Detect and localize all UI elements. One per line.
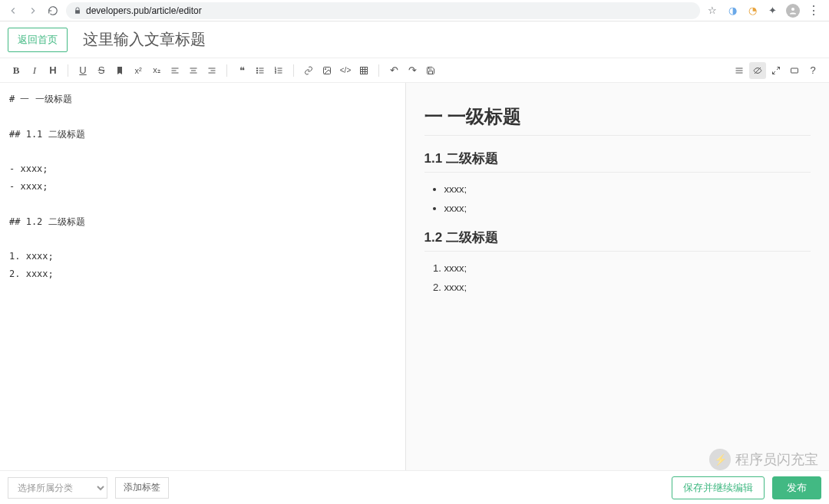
ordered-list-button[interactable]: 123 <box>270 62 287 79</box>
extension-icon-2[interactable]: ◔ <box>746 5 758 17</box>
url-text: developers.pub/article/editor <box>86 5 202 16</box>
subscript-button[interactable]: x₂ <box>148 62 165 79</box>
save-draft-button[interactable]: 保存并继续编辑 <box>672 476 765 499</box>
toolbar-separator <box>293 64 294 77</box>
save-button[interactable] <box>422 62 439 79</box>
back-home-button[interactable]: 返回首页 <box>8 28 68 52</box>
code-button[interactable]: </> <box>337 62 354 79</box>
browser-right-icons: ☆ ◑ ◔ ✦ ⋮ <box>706 4 823 18</box>
bold-button[interactable]: B <box>8 62 25 79</box>
underline-button[interactable]: U <box>74 62 91 79</box>
editor-toolbar: B I H U S x² x₂ ❝ 123 <box>0 58 829 83</box>
mark-button[interactable] <box>111 62 128 79</box>
svg-text:3: 3 <box>275 71 276 74</box>
profile-avatar-icon[interactable] <box>786 4 800 18</box>
nav-forward-icon[interactable] <box>26 4 40 18</box>
link-button[interactable] <box>300 62 317 79</box>
svg-point-12 <box>256 72 258 74</box>
quote-button[interactable]: ❝ <box>233 62 250 79</box>
toolbar-separator <box>226 64 227 77</box>
heading-button[interactable]: H <box>45 62 61 79</box>
star-icon[interactable]: ☆ <box>706 5 718 17</box>
italic-button[interactable]: I <box>26 62 43 79</box>
table-button[interactable] <box>355 62 372 79</box>
nav-reload-icon[interactable] <box>46 4 60 18</box>
preview-h1: 一 一级标题 <box>424 104 811 136</box>
toolbar-separator <box>378 64 379 77</box>
markdown-preview-pane: 一 一级标题 1.1 二级标题 xxxx; xxxx; 1.2 二级标题 xxx… <box>405 83 830 470</box>
list-item: xxxx; <box>444 259 811 278</box>
svg-point-23 <box>325 68 326 70</box>
align-left-button[interactable] <box>167 62 183 79</box>
align-right-button[interactable] <box>203 62 220 79</box>
editor-wrap: # 一 一级标题 ## 1.1 二级标题 - xxxx; - xxxx; ## … <box>0 83 829 470</box>
list-item: xxxx; <box>444 199 811 219</box>
svg-line-33 <box>777 67 780 70</box>
address-bar[interactable]: developers.pub/article/editor <box>66 2 700 19</box>
svg-rect-35 <box>791 68 798 73</box>
svg-point-10 <box>256 68 258 69</box>
image-button[interactable] <box>319 62 335 79</box>
strikethrough-button[interactable]: S <box>93 62 110 79</box>
preview-h2-1: 1.1 二级标题 <box>424 150 811 173</box>
add-tag-button[interactable]: 添加标签 <box>115 477 169 499</box>
preview-h2-2: 1.2 二级标题 <box>424 229 811 252</box>
page-header: 返回首页 <box>0 21 829 58</box>
editor-footer: 选择所属分类 添加标签 保存并继续编辑 发布 <box>0 470 829 504</box>
extension-icon-1[interactable]: ◑ <box>726 5 738 17</box>
align-center-button[interactable] <box>185 62 202 79</box>
redo-button[interactable]: ↷ <box>404 62 421 79</box>
outline-button[interactable] <box>731 62 748 79</box>
svg-point-0 <box>791 8 794 11</box>
publish-button[interactable]: 发布 <box>772 476 821 499</box>
undo-button[interactable]: ↶ <box>385 62 402 79</box>
category-select[interactable]: 选择所属分类 <box>8 477 107 499</box>
help-button[interactable]: ? <box>804 62 821 79</box>
svg-point-11 <box>256 70 258 71</box>
read-mode-button[interactable] <box>786 62 803 79</box>
superscript-button[interactable]: x² <box>130 62 147 79</box>
unordered-list-button[interactable] <box>252 62 269 79</box>
extensions-puzzle-icon[interactable]: ✦ <box>766 5 778 17</box>
kebab-menu-icon[interactable]: ⋮ <box>808 5 820 17</box>
article-title-input[interactable] <box>83 31 821 48</box>
toolbar-separator <box>68 64 68 77</box>
lock-icon <box>74 7 81 15</box>
preview-ol: xxxx; xxxx; <box>424 259 811 297</box>
preview-ul: xxxx; xxxx; <box>424 180 811 218</box>
list-item: xxxx; <box>444 278 811 298</box>
nav-back-icon[interactable] <box>6 4 20 18</box>
fullscreen-button[interactable] <box>768 62 784 79</box>
markdown-source-pane[interactable]: # 一 一级标题 ## 1.1 二级标题 - xxxx; - xxxx; ## … <box>0 83 405 470</box>
list-item: xxxx; <box>444 180 811 199</box>
svg-line-34 <box>773 71 776 74</box>
preview-toggle-button[interactable] <box>749 62 766 79</box>
svg-rect-24 <box>361 67 368 74</box>
browser-chrome: developers.pub/article/editor ☆ ◑ ◔ ✦ ⋮ <box>0 0 829 21</box>
